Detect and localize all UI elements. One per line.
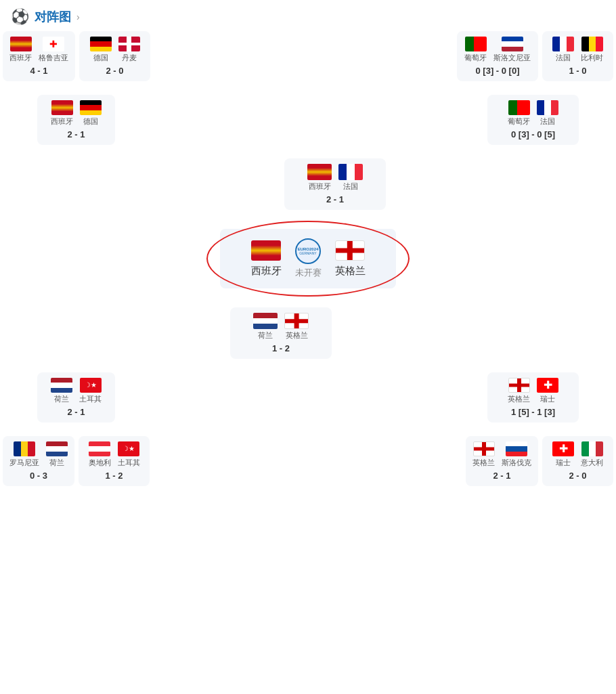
qf-m4-t1-name: 英格兰 [508,394,530,404]
qf-m3-teams: 荷兰 土耳其 [44,378,108,404]
r16-left-group: 西班牙 格鲁吉亚 4 - 1 德国 丹 [3,31,150,81]
qf-m3-t2-name: 土耳其 [79,394,102,404]
england-flag-sf [284,313,309,329]
sf-match-2[interactable]: 荷兰 英格兰 1 - 2 [230,307,332,359]
turkey-flag-r16 [118,441,139,456]
r16-match-7[interactable]: 英格兰 斯洛伐克 2 - 1 [466,436,538,486]
soccer-icon: ⚽ [11,8,29,26]
sf-m2-score: 1 - 2 [237,343,325,353]
qf-match-2[interactable]: 葡萄牙 法国 0 [3] - 0 [5] [487,95,579,145]
r16-m5-teams: 罗马尼亚 荷兰 [9,441,68,468]
r16-m8-teams: 瑞士 意大利 [549,441,607,468]
qf-m4-teams: 英格兰 瑞士 [494,378,572,404]
r16-m4-score: 1 - 0 [549,66,607,76]
qf-m1-t2: 德国 [80,100,102,127]
r16-m3-t2: 斯洛文尼亚 [493,37,531,63]
qf-bottom-row: 荷兰 土耳其 2 - 1 英格兰 [0,372,616,422]
qf-m4-t2: 瑞士 [537,378,558,404]
r16-match-2[interactable]: 德国 丹麦 2 - 0 [79,31,150,81]
r16-m8-t1: 瑞士 [552,441,574,468]
r16-match-3[interactable]: 葡萄牙 斯洛文尼亚 0 [3] - 0 [0] [457,31,538,81]
england-flag-final [335,240,365,261]
sf-match-1[interactable]: 西班牙 法国 2 - 1 [284,158,386,210]
r16-m6-t2-name: 土耳其 [118,458,140,468]
swiss-flag-r16 [552,441,574,456]
r16-m8-t2-name: 意大利 [581,458,603,468]
georgia-flag [43,37,64,51]
r16-m1-t1: 西班牙 [9,37,32,63]
qf-m1-t2-name: 德国 [83,116,98,127]
qf-m1-t1-name: 西班牙 [51,116,73,127]
sf-m1-t1: 西班牙 [307,164,332,192]
qf-match-1[interactable]: 西班牙 德国 2 - 1 [37,95,115,145]
r16-m1-t2: 格鲁吉亚 [39,37,68,63]
r16-m6-t2: 土耳其 [118,441,140,468]
r16-m1-score: 4 - 1 [9,66,68,76]
romania-flag [14,441,35,456]
r16-m4-t1-name: 法国 [556,53,571,63]
qf-m3-score: 2 - 1 [44,407,108,417]
sf-m2-teams: 荷兰 英格兰 [237,313,325,341]
qf-m3-t2: 土耳其 [79,378,102,404]
qf-m2-score: 0 [3] - 0 [5] [494,129,572,139]
r16-m7-t2: 斯洛伐克 [502,441,531,468]
sf-m1-teams: 西班牙 法国 [291,164,379,192]
germany-flag [90,37,112,51]
r16-m3-score: 0 [3] - 0 [0] [464,66,531,76]
r16-m8-t2: 意大利 [581,441,603,468]
r16-m4-t1: 法国 [552,37,574,63]
euro-logo: EURO2024 GERMANY [295,238,321,264]
netherlands-flag-r16 [46,441,68,456]
r16-m1-t1-name: 西班牙 [9,53,32,63]
final-t1: 西班牙 [251,240,282,278]
bracket-container: 西班牙 格鲁吉亚 4 - 1 德国 丹 [0,31,616,486]
sf-right-row: 荷兰 英格兰 1 - 2 [0,307,616,359]
qf-m1-t1: 西班牙 [51,100,73,127]
r16-m1-teams: 西班牙 格鲁吉亚 [9,37,68,63]
r16-match-4[interactable]: 法国 比利时 1 - 0 [542,31,613,81]
r16-m2-t1: 德国 [90,37,112,63]
sf-m1-t2: 法国 [338,164,363,192]
round-of-16-row: 西班牙 格鲁吉亚 4 - 1 德国 丹 [0,31,616,81]
page-header: ⚽ 对阵图 › [0,0,616,31]
r16-m4-t2: 比利时 [581,37,603,63]
r16-m7-teams: 英格兰 斯洛伐克 [472,441,531,468]
r16-m6-score: 1 - 2 [85,471,143,481]
qf-m4-t2-name: 瑞士 [540,394,555,404]
slovakia-flag [506,441,527,456]
r16-match-8[interactable]: 瑞士 意大利 2 - 0 [542,436,613,486]
portugal-flag-qf [508,100,530,115]
final-score: 未开赛 [295,267,322,279]
r16-match-5[interactable]: 罗马尼亚 荷兰 0 - 3 [3,436,74,486]
r16-m3-t1: 葡萄牙 [464,37,487,63]
r16-m2-t2: 丹麦 [118,37,140,63]
r16-m8-t1-name: 瑞士 [556,458,571,468]
france-flag-sf [338,164,363,180]
r16-m7-t2-name: 斯洛伐克 [502,458,531,468]
spain-flag-sf [307,164,332,180]
qf-m4-score: 1 [5] - 1 [3] [494,407,572,417]
r16-m7-t1-name: 英格兰 [472,458,495,468]
r16-m2-t1-name: 德国 [93,53,108,63]
italy-flag [581,441,603,456]
qf-m1-teams: 西班牙 德国 [44,100,108,127]
swiss-flag-qf [537,378,558,393]
qf-m3-t1-name: 荷兰 [54,394,69,404]
netherlands-flag-sf [253,313,278,329]
r16-match-6[interactable]: 奥地利 土耳其 1 - 2 [79,436,150,486]
r16-match-1[interactable]: 西班牙 格鲁吉亚 4 - 1 [3,31,75,81]
page-title[interactable]: 对阵图 [35,9,71,25]
england-flag-r16 [473,441,495,456]
chevron-icon: › [76,12,80,22]
r16-m3-t2-name: 斯洛文尼亚 [493,53,531,63]
final-match[interactable]: 西班牙 EURO2024 GERMANY 未开赛 [220,229,396,288]
r16-m5-t1-name: 罗马尼亚 [9,458,39,468]
qf-match-3[interactable]: 荷兰 土耳其 2 - 1 [37,372,115,422]
r16-m2-score: 2 - 0 [86,66,144,76]
r16-m3-teams: 葡萄牙 斯洛文尼亚 [464,37,531,63]
slovenia-flag [502,37,523,51]
r16-right-group-1: 葡萄牙 斯洛文尼亚 0 [3] - 0 [0] 法国 [457,31,613,81]
netherlands-flag-qf [51,378,72,393]
qf-m2-t2-name: 法国 [540,116,555,127]
qf-match-4[interactable]: 英格兰 瑞士 1 [5] - 1 [3] [487,372,579,422]
